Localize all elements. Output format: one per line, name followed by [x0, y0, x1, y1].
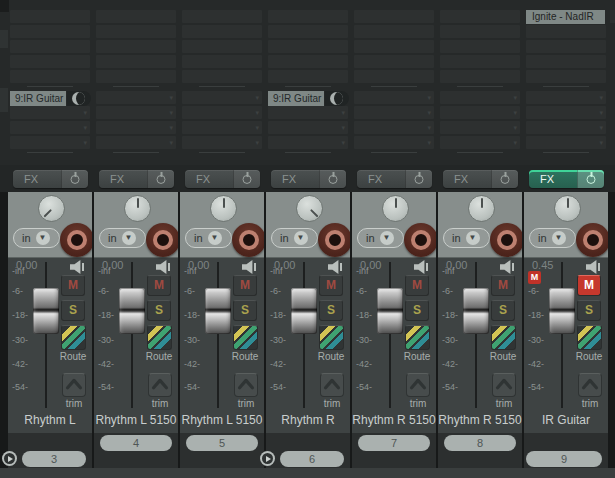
record-arm-button[interactable]	[404, 223, 436, 257]
pan-knob[interactable]	[554, 195, 581, 222]
track-number-badge[interactable]: 7	[358, 435, 430, 451]
fx-insert-slot-empty[interactable]	[268, 55, 348, 68]
send-slot-empty[interactable]: ▾	[354, 106, 434, 119]
record-arm-button[interactable]	[60, 223, 92, 257]
mute-button[interactable]: M	[233, 275, 257, 296]
send-slot-empty[interactable]: ▾	[440, 136, 520, 149]
fx-bypass-toggle[interactable]	[61, 170, 88, 188]
fx-insert-slot-empty[interactable]	[268, 70, 348, 83]
volume-fader[interactable]	[549, 288, 575, 334]
input-selector[interactable]: in▼	[443, 228, 490, 248]
send-slot-empty[interactable]: ▾	[182, 136, 262, 149]
send-slot-empty[interactable]: ▾	[96, 121, 176, 134]
trim-button[interactable]	[320, 373, 344, 397]
send-slot-empty[interactable]: ▾	[268, 121, 348, 134]
track-name[interactable]: Rhythm R 5150	[438, 410, 522, 430]
track-number-badge[interactable]: 3	[22, 451, 86, 467]
send-slot-empty[interactable]: ▾	[526, 106, 606, 119]
volume-fader[interactable]	[377, 288, 403, 334]
pan-knob[interactable]	[124, 195, 151, 222]
volume-fader[interactable]	[291, 288, 317, 334]
track-number-badge[interactable]: 5	[186, 435, 258, 451]
send-slot-empty[interactable]: ▾	[354, 121, 434, 134]
input-selector[interactable]: in▼	[529, 228, 576, 248]
fx-insert-slot-empty[interactable]	[182, 40, 262, 53]
track-name[interactable]: Rhythm L	[8, 410, 92, 430]
send-slot-empty[interactable]: ▾	[96, 91, 176, 104]
fx-bypass-toggle[interactable]	[319, 170, 346, 188]
fx-insert-slot-empty[interactable]	[440, 10, 520, 23]
fx-insert-slot-empty[interactable]	[10, 10, 90, 23]
fx-button[interactable]: FX	[13, 170, 88, 188]
fx-bypass-toggle[interactable]	[147, 170, 174, 188]
send-slot-empty[interactable]: ▾	[526, 136, 606, 149]
track-name[interactable]: Rhythm R	[266, 410, 350, 430]
fx-button[interactable]: FX	[443, 170, 518, 188]
mute-button[interactable]: M	[577, 275, 601, 296]
volume-fader[interactable]	[205, 288, 231, 334]
send-item[interactable]: 9:IR Guitar	[268, 91, 349, 106]
send-slot-empty[interactable]: ▾	[182, 91, 262, 104]
fx-insert-slot-empty[interactable]	[10, 70, 90, 83]
fx-bypass-toggle[interactable]	[577, 170, 604, 188]
send-slot-empty[interactable]: ▾	[182, 106, 262, 119]
fx-insert-slot-empty[interactable]	[96, 10, 176, 23]
solo-button[interactable]: S	[147, 300, 171, 321]
send-pan-knob[interactable]	[325, 91, 349, 106]
send-slot-empty[interactable]: ▾	[182, 121, 262, 134]
input-selector[interactable]: in▼	[357, 228, 404, 248]
folder-collapse-button[interactable]	[2, 451, 17, 466]
track-number-badge[interactable]: 6	[280, 451, 344, 467]
fx-bypass-toggle[interactable]	[233, 170, 260, 188]
folder-collapse-button[interactable]	[260, 451, 275, 466]
solo-button[interactable]: S	[61, 300, 85, 321]
volume-fader[interactable]	[463, 288, 489, 334]
record-arm-button[interactable]	[490, 223, 522, 257]
record-arm-button[interactable]	[232, 223, 264, 257]
route-button[interactable]	[491, 325, 516, 350]
fx-insert-slot-empty[interactable]	[268, 40, 348, 53]
fx-button[interactable]: FX	[185, 170, 260, 188]
fx-insert-slot-empty[interactable]	[96, 40, 176, 53]
fx-insert-slot-empty[interactable]	[354, 40, 434, 53]
route-button[interactable]	[405, 325, 430, 350]
fx-insert-slot-empty[interactable]	[10, 55, 90, 68]
fx-insert-slot-empty[interactable]	[440, 40, 520, 53]
send-slot-empty[interactable]: ▾	[268, 106, 348, 119]
solo-button[interactable]: S	[405, 300, 429, 321]
track-number-badge[interactable]: 9	[526, 451, 602, 467]
solo-button[interactable]: S	[319, 300, 343, 321]
solo-button[interactable]: S	[233, 300, 257, 321]
fx-button[interactable]: FX	[271, 170, 346, 188]
track-number-badge[interactable]: 4	[100, 435, 172, 451]
send-slot-empty[interactable]: ▾	[268, 136, 348, 149]
send-slot-empty[interactable]: ▾	[440, 91, 520, 104]
pan-knob[interactable]	[38, 195, 65, 222]
mute-button[interactable]: M	[61, 275, 85, 296]
send-slot-empty[interactable]: ▾	[96, 106, 176, 119]
mute-button[interactable]: M	[147, 275, 171, 296]
fx-insert-slot-empty[interactable]	[526, 55, 606, 68]
fx-insert-slot-empty[interactable]	[440, 55, 520, 68]
route-button[interactable]	[147, 325, 172, 350]
fx-button[interactable]: FX	[529, 170, 604, 188]
volume-fader[interactable]	[119, 288, 145, 334]
route-button[interactable]	[319, 325, 344, 350]
fx-insert-slot-empty[interactable]	[440, 70, 520, 83]
fx-bypass-toggle[interactable]	[491, 170, 518, 188]
fx-insert-slot-empty[interactable]	[96, 25, 176, 38]
send-slot-empty[interactable]: ▾	[440, 121, 520, 134]
send-label[interactable]: 9:IR Guitar	[268, 91, 324, 106]
send-pan-knob[interactable]	[67, 91, 91, 106]
input-selector[interactable]: in▼	[185, 228, 232, 248]
fx-insert-slot-empty[interactable]	[10, 40, 90, 53]
fx-insert-slot-empty[interactable]	[354, 70, 434, 83]
fx-button[interactable]: FX	[357, 170, 432, 188]
pan-knob[interactable]	[296, 195, 323, 222]
fx-insert-slot-empty[interactable]	[182, 70, 262, 83]
fx-insert-slot-empty[interactable]	[354, 25, 434, 38]
route-button[interactable]	[233, 325, 258, 350]
send-slot-empty[interactable]: ▾	[96, 136, 176, 149]
fx-insert-slot-empty[interactable]	[354, 10, 434, 23]
fx-insert-slot-empty[interactable]	[268, 10, 348, 23]
